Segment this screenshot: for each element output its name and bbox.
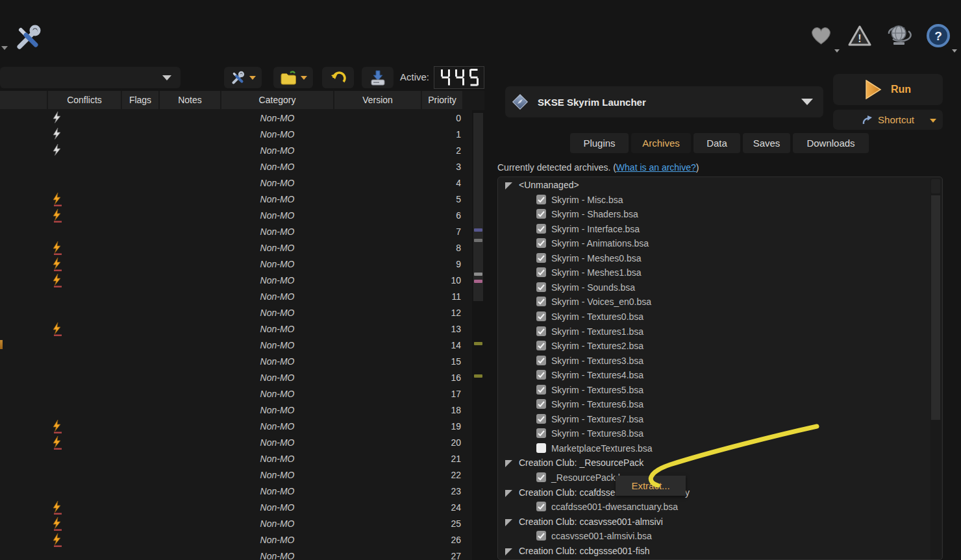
archive-checkbox[interactable] — [536, 502, 546, 511]
mod-row[interactable]: Non-MO18 — [0, 402, 472, 419]
archive-file-row[interactable]: Skyrim - Textures3.bsa — [498, 354, 927, 369]
shortcut-button[interactable]: Shortcut — [833, 110, 943, 130]
help-caret[interactable] — [952, 49, 957, 53]
archive-file-row[interactable]: Skyrim - Voices_en0.bsa — [498, 295, 927, 310]
archive-group-row[interactable]: Creation Club: ccbgssse001-fish — [498, 544, 927, 559]
mod-row[interactable]: Non-MO17 — [0, 386, 472, 402]
install-archive-button[interactable] — [362, 67, 393, 88]
archive-file-row[interactable]: Skyrim - Sounds.bsa — [498, 280, 927, 295]
mod-row[interactable]: Non-MO4 — [0, 175, 472, 191]
archive-checkbox[interactable] — [536, 209, 546, 219]
archive-checkbox[interactable] — [536, 238, 546, 248]
what-is-archive-link[interactable]: What is an archive? — [616, 162, 696, 173]
problems-warning-icon[interactable]: ! — [848, 25, 871, 50]
archive-checkbox[interactable] — [536, 356, 546, 365]
archive-file-row[interactable]: ccafdsse001-dwesanctuary.bsa — [498, 500, 927, 515]
expand-triangle-icon[interactable] — [505, 519, 512, 526]
archive-checkbox[interactable] — [536, 282, 546, 292]
update-globe-icon[interactable] — [885, 22, 912, 51]
mod-row[interactable]: Non-MO19 — [0, 419, 472, 435]
archive-file-row[interactable]: Skyrim - Textures2.bsa — [498, 339, 927, 354]
mod-row[interactable]: Non-MO15 — [0, 354, 472, 370]
archive-checkbox[interactable] — [536, 472, 546, 482]
archive-group-row[interactable]: <Unmanaged> — [498, 178, 927, 193]
mod-row[interactable]: Non-MO26 — [0, 532, 472, 548]
profile-combo[interactable] — [0, 67, 181, 88]
mod-row[interactable]: Non-MO20 — [0, 435, 472, 451]
mod-row[interactable]: Non-MO13 — [0, 321, 472, 337]
column-header-conflicts[interactable]: Conflicts — [48, 91, 121, 109]
help-question-icon[interactable]: ? — [926, 23, 951, 51]
mod-row[interactable]: Non-MO2 — [0, 143, 472, 159]
archive-group-row[interactable]: Creation Club: ccasvsse001-almsivi — [498, 515, 927, 530]
mod-row[interactable]: Non-MO25 — [0, 516, 472, 532]
refresh-undo-button[interactable] — [322, 67, 354, 88]
archive-file-row[interactable]: Skyrim - Textures1.bsa — [498, 324, 927, 339]
mod-row[interactable]: Non-MO5 — [0, 191, 472, 208]
expand-triangle-icon[interactable] — [505, 490, 512, 497]
archive-checkbox[interactable] — [536, 428, 546, 438]
archive-file-row[interactable]: _ResourcePack.bsa — [498, 470, 927, 485]
archive-group-row[interactable]: Creation Club: _ResourcePack — [498, 456, 927, 470]
expand-triangle-icon[interactable] — [505, 182, 512, 189]
mod-row[interactable]: Non-MO12 — [0, 305, 472, 321]
mod-row[interactable]: Non-MO6 — [0, 208, 472, 224]
archive-file-row[interactable]: Skyrim - Interface.bsa — [498, 222, 927, 237]
archive-file-row[interactable]: Skyrim - Textures0.bsa — [498, 310, 927, 324]
context-menu-extract[interactable]: Extract... — [631, 480, 669, 491]
column-header-category[interactable]: Category — [221, 91, 333, 109]
tab-archives[interactable]: Archives — [631, 133, 691, 153]
run-button[interactable]: Run — [833, 74, 943, 105]
mod-row[interactable]: Non-MO16 — [0, 370, 472, 386]
endorse-heart-icon[interactable] — [809, 23, 833, 50]
archive-checkbox[interactable] — [536, 341, 546, 350]
tab-downloads[interactable]: Downloads — [793, 133, 869, 153]
archive-file-row[interactable]: ccasvsse001-almsivi.bsa — [498, 529, 927, 544]
mod-row[interactable]: Non-MO0 — [0, 110, 472, 127]
archive-file-row[interactable]: Skyrim - Animations.bsa — [498, 236, 927, 251]
mod-row[interactable]: Non-MO9 — [0, 256, 472, 273]
archive-checkbox[interactable] — [536, 399, 546, 409]
settings-tools-icon[interactable] — [13, 23, 42, 55]
tab-data[interactable]: Data — [693, 133, 740, 153]
mod-row[interactable]: Non-MO10 — [0, 273, 472, 289]
archive-file-row[interactable]: Skyrim - Meshes0.bsa — [498, 251, 927, 266]
mod-row[interactable]: Non-MO23 — [0, 483, 472, 500]
expand-triangle-icon[interactable] — [505, 548, 512, 555]
mod-list-scrollbar[interactable] — [472, 110, 484, 560]
archive-checkbox[interactable] — [536, 326, 546, 336]
mod-row[interactable]: Non-MO14 — [0, 337, 472, 354]
archive-checkbox[interactable] — [536, 370, 546, 380]
expand-triangle-icon[interactable] — [505, 460, 512, 467]
mod-row[interactable]: Non-MO24 — [0, 500, 472, 516]
tools-menu-button[interactable] — [224, 67, 262, 88]
archive-file-row[interactable]: MarketplaceTextures.bsa — [498, 441, 927, 456]
archive-checkbox[interactable] — [536, 253, 546, 263]
column-header-blank[interactable] — [0, 91, 47, 109]
overflow-caret[interactable] — [1, 46, 8, 50]
archives-scroll-thumb[interactable] — [931, 195, 940, 420]
column-header-priority[interactable]: Priority — [422, 91, 462, 109]
archive-group-row[interactable]: Creation Club: ccafdsse001-dwesanctuary — [498, 485, 927, 500]
archives-scroll-up-button[interactable] — [931, 179, 940, 193]
archive-file-row[interactable]: Skyrim - Textures5.bsa — [498, 383, 927, 398]
executable-select[interactable]: SKSE Skyrim Launcher — [505, 86, 823, 117]
mod-row[interactable]: Non-MO11 — [0, 289, 472, 305]
archive-file-row[interactable]: Skyrim - Meshes1.bsa — [498, 265, 927, 280]
mod-row[interactable]: Non-MO8 — [0, 240, 472, 256]
column-header-notes[interactable]: Notes — [160, 91, 220, 109]
archive-file-row[interactable]: Skyrim - Textures7.bsa — [498, 412, 927, 427]
archive-checkbox[interactable] — [536, 443, 546, 453]
archive-checkbox[interactable] — [536, 267, 546, 277]
mod-row[interactable]: Non-MO27 — [0, 548, 472, 560]
archive-checkbox[interactable] — [536, 195, 546, 204]
archive-checkbox[interactable] — [536, 414, 546, 424]
archive-file-row[interactable]: Skyrim - Textures4.bsa — [498, 368, 927, 383]
archive-checkbox[interactable] — [536, 311, 546, 321]
archives-scrollbar[interactable] — [930, 178, 941, 559]
column-header-version[interactable]: Version — [334, 91, 421, 109]
archive-checkbox[interactable] — [536, 224, 546, 234]
archive-checkbox[interactable] — [536, 531, 546, 541]
mod-row[interactable]: Non-MO7 — [0, 224, 472, 240]
archive-checkbox[interactable] — [536, 385, 546, 395]
